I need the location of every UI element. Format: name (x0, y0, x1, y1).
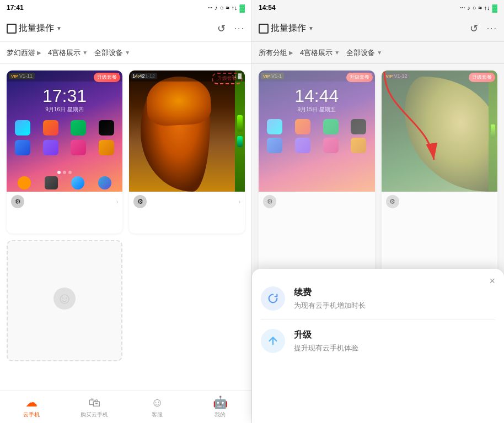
dock-icon[interactable] (98, 176, 111, 189)
app-icon[interactable] (71, 120, 86, 135)
right-refresh-button[interactable]: ↺ (470, 23, 478, 35)
renew-title: 续费 (294, 287, 366, 299)
device-arrow: ▼ (125, 50, 130, 56)
app-icon[interactable] (99, 120, 114, 135)
phone-1-tag: VIP V1-11 (9, 73, 35, 79)
phone-1-upgrade-btn[interactable]: 升级套餐 (94, 73, 120, 82)
right-batch-ops: 批量操作 ▼ (259, 23, 465, 34)
phone-1-date: 9月16日 星期四 (7, 106, 122, 113)
empty-slot-icon: ☺ (53, 288, 76, 310)
phone-r2-tag: VIP V1-12 (384, 73, 410, 79)
right-grid-filter[interactable]: 4宫格展示 ▼ (300, 48, 340, 58)
phone-r2-game-bg (382, 70, 498, 192)
phone-2-status: 14:42 ↑↓ ▓ (129, 70, 245, 82)
nav-buy[interactable]: 🛍 购买云手机 (63, 391, 126, 423)
app-icon[interactable] (323, 138, 339, 153)
phone-screen-2[interactable]: VIP V1-12 升级套餐 14:42 ↑↓ ▓ (129, 70, 245, 192)
batch-icon (7, 24, 17, 34)
dock-icon[interactable] (45, 176, 58, 189)
app-icon[interactable] (295, 138, 310, 153)
game-bg (129, 70, 245, 192)
more-button[interactable]: ··· (234, 24, 245, 34)
app-icon[interactable] (295, 119, 310, 134)
app-icon[interactable] (351, 119, 366, 134)
right-grid-arrow: ▼ (334, 50, 340, 56)
left-top-bar: 批量操作 ▼ ↺ ··· (0, 15, 251, 42)
renew-text: 续费 为现有云手机增加时长 (294, 287, 366, 311)
app-icon[interactable] (15, 140, 30, 155)
phone-card-2[interactable]: VIP V1-12 升级套餐 14:42 ↑↓ ▓ ⚙ › (129, 70, 245, 234)
right-group-filter[interactable]: 所有分组 ▶ (259, 48, 293, 58)
phone-2-settings[interactable]: ⚙ (133, 195, 147, 208)
phone-screen-r1[interactable]: 14:44 ↑↓ ▓ VIP V1-1 升级套餐 14:44 9月15日 星期五 (259, 70, 375, 192)
batch-ops-left: 批量操作 ▼ (7, 23, 213, 34)
top-bar-right: ↺ ··· (217, 23, 245, 35)
phone-1-footer: ⚙ › (7, 192, 122, 212)
nav-service[interactable]: ☺ 客服 (126, 391, 189, 423)
phone-1-dots (57, 171, 72, 174)
nav-cloud[interactable]: ☁ 云手机 (0, 391, 63, 423)
phone-1-settings[interactable]: ⚙ (11, 195, 24, 208)
app-icon[interactable] (267, 119, 282, 134)
batch-dropdown-arrow[interactable]: ▼ (56, 25, 62, 31)
nav-buy-label: 购买云手机 (81, 411, 108, 419)
phone-r1-footer: ⚙ (259, 192, 375, 212)
left-time: 17:41 (7, 4, 24, 12)
phone-card-1[interactable]: 12:42 17:41 ↑↓ ▓ VIP V1-11 升级套餐 17:31 9月… (7, 70, 122, 234)
left-filter-bar: 梦幻西游 ▶ 4宫格展示 ▼ 全部设备 ▼ (0, 42, 251, 64)
app-icon[interactable] (71, 140, 86, 155)
phone-r2-settings[interactable]: ⚙ (386, 195, 399, 208)
buy-icon: 🛍 (88, 395, 100, 410)
dock-icon[interactable] (18, 176, 31, 189)
renew-desc: 为现有云手机增加时长 (294, 301, 366, 311)
phone-1-apps (9, 120, 120, 160)
app-icon[interactable] (267, 138, 282, 153)
phone-r2-upgrade-btn[interactable]: 升级套餐 (469, 73, 495, 82)
popup-upgrade-item[interactable]: 升级 提升现有云手机体验 (261, 320, 495, 362)
right-status-icons: ··· ♪ ○ ≈ ↑↓ ▓ (460, 4, 497, 12)
right-top-bar-actions: ↺ ··· (470, 23, 497, 35)
dock-icon[interactable] (71, 176, 84, 189)
app-icon[interactable] (323, 119, 339, 134)
right-top-bar: 批量操作 ▼ ↺ ··· (252, 15, 504, 42)
batch-label[interactable]: 批量操作 (19, 23, 54, 34)
right-status-bar: 14:54 ··· ♪ ○ ≈ ↑↓ ▓ (252, 0, 504, 15)
left-phone-grid: 12:42 17:41 ↑↓ ▓ VIP V1-11 升级套餐 17:31 9月… (0, 64, 251, 390)
refresh-button[interactable]: ↺ (217, 23, 226, 35)
device-filter[interactable]: 全部设备 ▼ (94, 48, 130, 58)
grid-filter[interactable]: 4宫格展示 ▼ (48, 48, 88, 58)
phone-screen-1[interactable]: 12:42 17:41 ↑↓ ▓ VIP V1-11 升级套餐 17:31 9月… (7, 70, 122, 192)
app-icon[interactable] (43, 120, 58, 135)
renew-icon (261, 286, 285, 311)
right-batch-arrow[interactable]: ▼ (308, 25, 314, 31)
right-group-arrow: ▶ (289, 50, 293, 56)
app-icon[interactable] (43, 140, 58, 155)
phone-r1-tag: VIP V1-1 (261, 73, 284, 79)
right-more-button[interactable]: ··· (487, 24, 497, 34)
app-icon[interactable] (351, 138, 366, 153)
phone-screen-r2[interactable]: VIP V1-12 升级套餐 (382, 70, 498, 192)
right-device-filter[interactable]: 全部设备 ▼ (346, 48, 382, 58)
game-side-strip (235, 70, 245, 192)
phone-1-clock: 17:31 (7, 86, 122, 106)
nav-mine[interactable]: 🤖 我的 (189, 391, 251, 423)
right-batch-label[interactable]: 批量操作 (271, 23, 306, 34)
phone-r1-settings[interactable]: ⚙ (263, 195, 276, 208)
mine-icon: 🤖 (213, 395, 228, 410)
right-batch-icon (259, 24, 269, 34)
right-filter-bar: 所有分组 ▶ 4宫格展示 ▼ 全部设备 ▼ (252, 42, 504, 64)
app-icon[interactable] (15, 120, 30, 135)
right-device-arrow: ▼ (377, 50, 382, 56)
popup-close-button[interactable]: × (489, 275, 495, 287)
phone-r1-upgrade-btn[interactable]: 升级套餐 (346, 73, 373, 82)
grid-arrow: ▼ (82, 50, 88, 56)
upgrade-popup: × 续费 为现有云手机增加时长 升级 提升现有 (252, 269, 504, 423)
phone-r1-clock: 14:44 (259, 86, 375, 106)
game-char-r2 (405, 77, 497, 192)
phone-r1-date: 9月15日 星期五 (259, 106, 375, 113)
upgrade-text: 升级 提升现有云手机体验 (294, 329, 358, 353)
popup-renew-item[interactable]: 续费 为现有云手机增加时长 (261, 278, 495, 320)
cloud-icon: ☁ (25, 395, 37, 410)
app-icon[interactable] (99, 140, 114, 155)
group-filter[interactable]: 梦幻西游 ▶ (7, 48, 41, 58)
